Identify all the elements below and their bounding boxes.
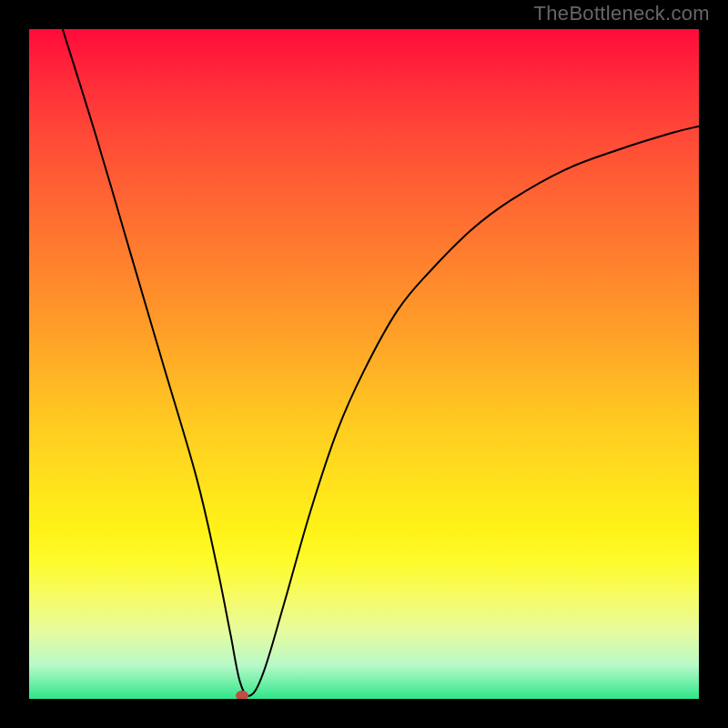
bottleneck-curve-svg bbox=[29, 29, 699, 699]
minimum-marker bbox=[236, 691, 248, 699]
watermark-text: TheBottleneck.com bbox=[534, 2, 710, 25]
bottleneck-curve-path bbox=[63, 29, 699, 696]
chart-plot-area bbox=[29, 29, 699, 699]
